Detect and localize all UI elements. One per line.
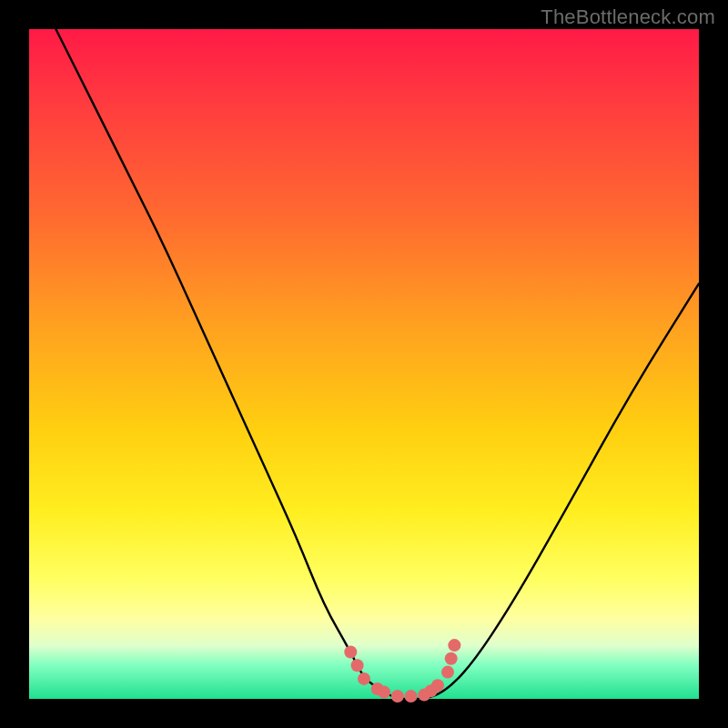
highlight-dot — [405, 690, 418, 703]
highlight-dot — [378, 686, 390, 699]
chart-frame: TheBottleneck.com — [0, 0, 728, 728]
highlight-dot — [391, 690, 404, 703]
highlight-dot — [445, 652, 458, 665]
watermark-text: TheBottleneck.com — [541, 5, 715, 29]
highlight-dot — [448, 639, 460, 652]
highlight-dot — [441, 666, 454, 679]
chart-overlay — [29, 29, 699, 699]
highlight-dots — [344, 639, 460, 703]
highlight-dot — [351, 659, 364, 672]
bottleneck-curve — [56, 29, 699, 699]
highlight-dot — [358, 672, 370, 685]
highlight-dot — [344, 646, 357, 659]
highlight-dot — [431, 679, 444, 692]
